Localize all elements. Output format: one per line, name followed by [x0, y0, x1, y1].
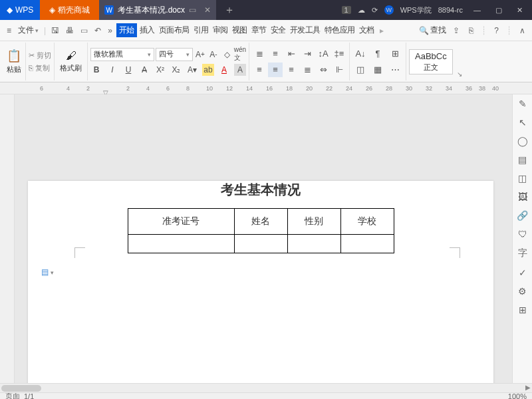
section-indicator-icon[interactable]: ▤ ▾ — [41, 267, 54, 277]
subscript-button[interactable]: X₂ — [170, 64, 182, 76]
table-cell[interactable] — [287, 235, 340, 253]
align-justify-icon[interactable]: ≣ — [300, 63, 315, 77]
table-header-cell[interactable]: 准考证号 — [128, 209, 234, 235]
shape-tool-icon[interactable]: ◯ — [517, 136, 528, 146]
zoom-value[interactable]: 100% — [508, 392, 527, 399]
print-preview-icon[interactable]: ▭ — [78, 26, 90, 35]
window-close-icon[interactable]: ✕ — [513, 6, 527, 15]
document-title[interactable]: 考生基本情况 — [28, 181, 493, 199]
tab-popup-icon[interactable]: ▭ — [189, 5, 196, 15]
share-icon[interactable]: ⇪ — [450, 26, 462, 35]
bullet-list-icon[interactable]: ≣ — [252, 47, 267, 61]
table-header-cell[interactable]: 学校 — [340, 209, 394, 235]
para-settings-icon[interactable]: ⋯ — [387, 63, 403, 77]
more-qat-icon[interactable]: » — [105, 26, 115, 35]
strikethrough-button[interactable]: A̶ — [138, 64, 150, 76]
academy-label[interactable]: WPS学院 — [400, 5, 432, 15]
phonetic-guide-icon[interactable]: wén文 — [234, 49, 246, 61]
scrollbar-thumb[interactable] — [1, 385, 41, 392]
shrink-font-icon[interactable]: A- — [207, 49, 219, 61]
increase-indent-icon[interactable]: ⇥ — [300, 47, 315, 61]
translate-tool-icon[interactable]: 字 — [518, 247, 527, 259]
export-icon[interactable]: ⎘ — [466, 26, 476, 35]
select-tool-icon[interactable]: ↖ — [519, 117, 527, 128]
candidate-table[interactable]: 准考证号 姓名 性别 学校 — [128, 208, 394, 253]
number-list-icon[interactable]: ≡ — [268, 47, 283, 61]
grow-font-icon[interactable]: A+ — [194, 49, 206, 61]
table-cell[interactable] — [128, 235, 234, 253]
copy-button[interactable]: ⎘复制 — [29, 63, 51, 73]
tab-view[interactable]: 视图 — [231, 25, 249, 36]
change-case-button[interactable]: A▾ — [186, 64, 198, 76]
cloud-icon[interactable]: ☁ — [358, 6, 365, 15]
style-normal[interactable]: AaBbCc 正文 — [409, 49, 453, 74]
align-left-icon[interactable]: ≡ — [252, 63, 267, 77]
help-icon[interactable]: ? — [491, 26, 501, 35]
line-spacing-icon[interactable]: ‡≡ — [332, 47, 346, 61]
align-center-icon[interactable]: ≡ — [268, 63, 283, 77]
styles-launcher-icon[interactable]: ↘ — [456, 43, 464, 80]
align-right-icon[interactable]: ≡ — [284, 63, 299, 77]
tab-review[interactable]: 审阅 — [211, 25, 229, 36]
layout-tool-icon[interactable]: ▤ — [518, 154, 527, 165]
hamburger-icon[interactable]: ≡ — [4, 26, 14, 35]
font-size-select[interactable]: 四号▾ — [156, 48, 193, 61]
scroll-right-icon[interactable]: ▶ — [525, 384, 531, 391]
save-icon[interactable]: 🖫 — [49, 26, 62, 35]
page[interactable]: ▤ ▾ 考生基本情况 准考证号 姓名 性别 学校 — [28, 181, 493, 383]
tab-developer[interactable]: 开发工具 — [289, 25, 322, 36]
print-icon[interactable]: 🖶 — [63, 26, 76, 35]
table-header-cell[interactable]: 姓名 — [234, 209, 287, 235]
link-tool-icon[interactable]: 🔗 — [517, 210, 528, 221]
text-direction-icon[interactable]: ↕A — [316, 47, 331, 61]
table-header-cell[interactable]: 性别 — [287, 209, 340, 235]
undo-icon[interactable]: ↶ — [92, 26, 104, 35]
object-tool-icon[interactable]: ◫ — [518, 173, 527, 184]
paste-button[interactable]: 📋 粘贴 — [5, 47, 23, 76]
char-shading-button[interactable]: A — [234, 64, 246, 76]
tab-references[interactable]: 引用 — [192, 25, 210, 36]
proofing-tool-icon[interactable]: ✓ — [519, 267, 527, 278]
format-painter-button[interactable]: 🖌 格式刷 — [57, 49, 84, 74]
underline-button[interactable]: U — [122, 64, 134, 76]
file-menu[interactable]: 文件▾ — [15, 25, 41, 36]
tab-special[interactable]: 特色应用 — [323, 25, 356, 36]
distribute-icon[interactable]: ⇔ — [316, 63, 331, 77]
borders-icon[interactable]: ▦ — [370, 63, 386, 77]
settings-tool-icon[interactable]: ⚙ — [518, 286, 527, 297]
tab-doc-extra[interactable]: 文档 — [358, 25, 376, 36]
table-cell[interactable] — [234, 235, 287, 253]
page-indicator-label[interactable]: 页面 — [5, 392, 20, 399]
tab-docer-store[interactable]: ◈ 稻壳商城 — [40, 0, 99, 20]
sort-icon[interactable]: A↓ — [352, 47, 368, 61]
italic-button[interactable]: I — [106, 64, 118, 76]
superscript-button[interactable]: X² — [154, 64, 166, 76]
tab-security[interactable]: 安全 — [269, 25, 287, 36]
cut-button[interactable]: ✂剪切 — [29, 51, 51, 61]
close-tab-icon[interactable]: ✕ — [204, 5, 211, 15]
find-button[interactable]: 🔍查找 — [419, 25, 446, 36]
tab-stops-icon[interactable]: ⊩ — [332, 63, 346, 77]
tab-document[interactable]: W 考生基本情况.docx ▭ ✕ — [99, 0, 216, 20]
tab-insert[interactable]: 插入 — [138, 25, 156, 36]
document-scroll-area[interactable]: ▤ ▾ 考生基本情况 准考证号 姓名 性别 学校 — [15, 94, 512, 383]
font-family-select[interactable]: 微软雅黑▾ — [90, 48, 154, 61]
tab-start[interactable]: 开始 — [116, 23, 137, 37]
more-tools-icon[interactable]: ⊞ — [519, 305, 527, 315]
tab-section[interactable]: 章节 — [250, 25, 268, 36]
new-tab-button[interactable]: ＋ — [216, 3, 243, 17]
highlight-button[interactable]: ab — [202, 64, 214, 76]
tab-page-layout[interactable]: 页面布局 — [158, 25, 191, 36]
horizontal-ruler[interactable]: ▽ 6 4 2 2 4 6 8 10 12 14 16 18 20 22 24 … — [0, 82, 532, 94]
shading-icon[interactable]: ◫ — [352, 63, 368, 77]
tab-wps-home[interactable]: ◆ WPS — [0, 0, 40, 20]
table-insert-icon[interactable]: ⊞ — [387, 47, 403, 61]
tabs-overflow-icon[interactable]: ▸ — [377, 26, 386, 35]
minimize-icon[interactable]: — — [469, 6, 485, 14]
table-cell[interactable] — [340, 235, 394, 253]
bold-button[interactable]: B — [90, 64, 102, 76]
pen-tool-icon[interactable]: ✎ — [519, 98, 527, 109]
decrease-indent-icon[interactable]: ⇤ — [284, 47, 299, 61]
notification-badge[interactable]: 1 — [342, 6, 351, 14]
sync-icon[interactable]: ⟳ — [372, 6, 378, 15]
